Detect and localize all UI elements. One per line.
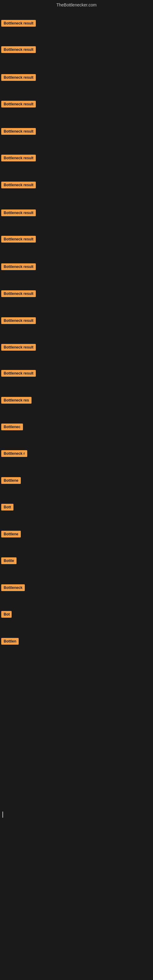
bottleneck-result-badge-13[interactable]: Bottleneck result: [1, 344, 36, 351]
bottleneck-result-badge-18[interactable]: Bottlene: [1, 477, 21, 484]
bottleneck-result-badge-24[interactable]: Bottlen: [1, 638, 19, 645]
bottleneck-result-badge-8[interactable]: Bottleneck result: [1, 210, 36, 216]
bottleneck-result-badge-17[interactable]: Bottleneck r: [1, 450, 27, 457]
bottleneck-result-badge-3[interactable]: Bottleneck result: [1, 74, 36, 81]
bottleneck-result-badge-7[interactable]: Bottleneck result: [1, 181, 36, 188]
results-container: Bottleneck resultBottleneck resultBottle…: [0, 9, 153, 928]
bottleneck-result-badge-9[interactable]: Bottleneck result: [1, 236, 36, 243]
bottleneck-result-badge-16[interactable]: Bottlenec: [1, 423, 23, 430]
bottleneck-result-badge-23[interactable]: Bot: [1, 611, 12, 618]
bottleneck-result-badge-2[interactable]: Bottleneck result: [1, 46, 36, 53]
bottleneck-result-badge-10[interactable]: Bottleneck result: [1, 263, 36, 270]
site-title: TheBottlenecker.com: [56, 2, 97, 7]
bottleneck-result-badge-1[interactable]: Bottleneck result: [1, 20, 36, 27]
bottleneck-result-badge-6[interactable]: Bottleneck result: [1, 155, 36, 161]
site-header: TheBottlenecker.com: [0, 0, 153, 9]
bottleneck-result-badge-20[interactable]: Bottlene: [1, 531, 21, 538]
bottleneck-result-badge-5[interactable]: Bottleneck result: [1, 128, 36, 135]
page-wrapper: TheBottlenecker.com Bottleneck resultBot…: [0, 0, 153, 980]
bottleneck-result-badge-22[interactable]: Bottleneck: [1, 584, 25, 591]
bottleneck-result-badge-14[interactable]: Bottleneck result: [1, 370, 36, 377]
bottleneck-result-badge-21[interactable]: Bottle: [1, 557, 16, 564]
cursor-indicator: [2, 811, 3, 818]
bottleneck-result-badge-11[interactable]: Bottleneck result: [1, 290, 36, 297]
bottleneck-result-badge-12[interactable]: Bottleneck result: [1, 317, 36, 324]
bottleneck-result-badge-15[interactable]: Bottleneck res: [1, 397, 32, 404]
bottleneck-result-badge-4[interactable]: Bottleneck result: [1, 101, 36, 108]
bottleneck-result-badge-19[interactable]: Bott: [1, 504, 13, 511]
